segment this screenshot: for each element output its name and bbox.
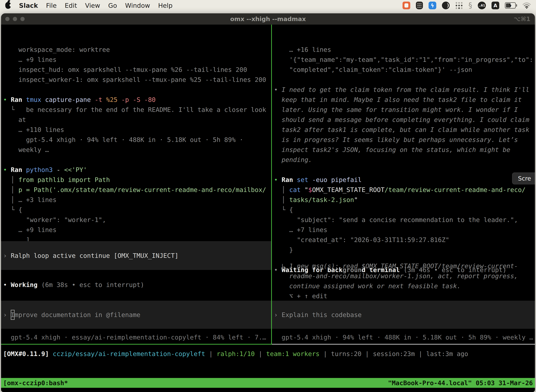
terminal-line: ↳ 1 new msg(s): read $OMX_TEAM_STATE_ROO… [272, 261, 535, 271]
left-pane-border [1, 344, 271, 345]
wifi-icon[interactable] [523, 2, 531, 9]
terminal-line: weekly … [1, 145, 271, 155]
blue-spark-icon[interactable]: ϟ [429, 2, 436, 9]
terminal-line: └ { [272, 205, 535, 215]
terminal-line: "created_at": "2026-03-31T11:59:27.816Z" [272, 235, 535, 245]
mailbox-followup-block: ↳ 1 new msg(s): read $OMX_TEAM_STATE_ROO… [272, 261, 535, 301]
menu-app-name[interactable]: Slack [19, 2, 38, 9]
terminal-line: keep that in mind. Maybe I also need the… [272, 95, 535, 105]
terminal-line: "completed","claim_token":"claim-token"}… [272, 65, 535, 75]
terminal-line: inspect_hud: omx sparkshell --tmux-pane … [1, 65, 271, 75]
menubar-status-icons: ϟ§..61Aϟ [402, 2, 531, 9]
terminal-line: inspect_worker-1: omx sparkshell --tmux-… [1, 75, 271, 85]
terminal-line [1, 155, 271, 165]
window-controls [1, 17, 25, 21]
menu-help[interactable]: Help [158, 2, 172, 9]
terminal-line: … +9 lines [1, 225, 271, 235]
terminal-content: workspace_mode: worktree … +9 lines insp… [1, 25, 535, 392]
text-cursor: I [11, 310, 14, 320]
terminal-line: │ p = Path('.omx/state/team/review-curre… [1, 185, 271, 195]
omx-status-bar: [OMX#0.11.9] cczip/essay/ai-reimplementa… [1, 349, 535, 359]
terminal-left-pane: workspace_mode: worktree … +9 lines insp… [1, 25, 271, 344]
window-title-bar: omx --xhigh --madmax ⌥⌘1 [1, 13, 535, 25]
terminal-line: gpt-5.4 xhigh · 94% left · 488K in · 5.1… [1, 135, 271, 145]
right-command-input[interactable]: › Explain this codebase [272, 301, 535, 329]
terminal-line: "subject": "send a concise recommendatio… [272, 215, 535, 225]
terminal-line: continue assigned work or next feasible … [272, 281, 535, 291]
terminal-line [272, 75, 535, 85]
badge-61-icon[interactable]: ..61 [478, 2, 486, 9]
dot-grid-icon[interactable] [455, 2, 463, 9]
terminal-line: • I need to get the claim token from the… [272, 85, 535, 95]
terminal-line: … +7 lines [272, 225, 535, 235]
prompt-chevron: › [274, 310, 282, 320]
tmux-session-label: [omx-cczip0:bash* [3, 378, 68, 388]
terminal-line: pending. [272, 155, 535, 165]
terminal-line: inspect task2's JSON, focusing on the st… [272, 145, 535, 155]
menu-view[interactable]: View [85, 2, 100, 9]
right-pane-border [272, 344, 535, 345]
zoom-button[interactable] [20, 17, 25, 21]
terminal-line: ⌥ + ↑ edit [272, 291, 535, 301]
screenshot-tooltip[interactable]: Scre [512, 173, 535, 184]
terminal-line: should send a message before completing … [272, 115, 535, 125]
prompt-chevron: › [3, 310, 11, 320]
minimize-button[interactable] [13, 17, 17, 21]
terminal-line [272, 165, 535, 175]
menu-window[interactable]: Window [125, 2, 150, 9]
terminal-line [1, 85, 271, 95]
inject-banner-line: › Ralph loop active continue [OMX_TMUX_I… [3, 251, 178, 261]
menubar-menus: FileEditViewGoWindowHelp [46, 2, 172, 9]
menu-file[interactable]: File [46, 2, 57, 9]
tmux-status-bar: [omx-cczip0:bash* "MacBook-Pro-44.local"… [1, 378, 535, 388]
menu-left: Slack FileEditViewGoWindowHelp [5, 2, 172, 9]
macos-menu-bar: Slack FileEditViewGoWindowHelp ϟ§..61Aϟ [0, 0, 536, 11]
apple-menu-icon[interactable] [5, 2, 11, 9]
grid-shield-icon[interactable] [416, 2, 423, 9]
left-model-status-line: gpt-5.4 xhigh · essay/ai-reimplementatio… [1, 332, 271, 342]
terminal-line: • Ran set -euo pipefail [272, 175, 535, 185]
window-shortcut-hint: ⌥⌘1 [514, 15, 530, 23]
menu-go[interactable]: Go [108, 2, 117, 9]
squiggle-icon[interactable]: § [469, 2, 472, 9]
battery-icon[interactable]: ϟ [505, 2, 517, 9]
menu-edit[interactable]: Edit [65, 2, 77, 9]
terminal-right-pane: … +16 lines '{"team_name":"my-team","tas… [272, 25, 535, 344]
terminal-line: at [1, 115, 271, 125]
close-button[interactable] [5, 17, 10, 21]
terminal-line: • Ran tmux capture-pane -t %25 -p -S -80 [1, 95, 271, 105]
orange-chat-icon[interactable] [402, 2, 410, 9]
terminal-line: readme-and-reco/mailbox/worker-1.json, a… [272, 271, 535, 281]
terminal-line: later. Using the same for transition mig… [272, 105, 535, 115]
left-command-input[interactable]: › Improve documentation in @filename [1, 301, 271, 329]
right-model-status-line: gpt-5.4 xhigh · 94% left · 488K in · 5.1… [272, 332, 535, 342]
tmux-host-clock-label: "MacBook-Pro-44.local" 05:03 31-Mar-26 [388, 378, 533, 388]
terminal-line: … +16 lines [272, 45, 535, 55]
terminal-line: is in progress? It seems likely but perh… [272, 135, 535, 145]
terminal-line: └ be necessary for the end of the README… [1, 105, 271, 115]
right-pane-lines: … +16 lines '{"team_name":"my-team","tas… [272, 45, 535, 275]
crescent-icon[interactable] [442, 2, 450, 9]
terminal-line: │ … +3 lines [1, 195, 271, 205]
prompt-ghost-text: mprove documentation in @filename [14, 310, 140, 320]
terminal-line: │ cat "$OMX_TEAM_STATE_ROOT/team/review-… [272, 185, 535, 195]
terminal-line: … +110 lines [1, 125, 271, 135]
terminal-line: } [272, 245, 535, 255]
terminal-line: └ { [1, 205, 271, 215]
terminal-line: … +9 lines [1, 55, 271, 65]
terminal-line: "worker": "worker-1", [1, 215, 271, 225]
window-title: omx --xhigh --madmax [1, 15, 535, 23]
tmux-inject-banner: › Ralph loop active continue [OMX_TMUX_I… [1, 241, 271, 270]
terminal-window: omx --xhigh --madmax ⌥⌘1 workspace_mode:… [1, 13, 535, 392]
input-source-icon[interactable]: A [492, 2, 499, 9]
terminal-line: │ from pathlib import Path [1, 175, 271, 185]
working-status-line: • Working (6m 38s • esc to interrupt) [1, 280, 271, 290]
left-pane-lines: workspace_mode: worktree … +9 lines insp… [1, 45, 271, 255]
terminal-line: │ tasks/task-2.json" [272, 195, 535, 205]
prompt-ghost-text: Explain this codebase [282, 310, 362, 320]
terminal-line: '{"team_name":"my-team","task_id":"1","f… [272, 55, 535, 65]
terminal-line: • Ran python3 - <<'PY' [1, 165, 271, 175]
terminal-line: workspace_mode: worktree [1, 45, 271, 55]
terminal-line: task2 after task1 is complete, but can I… [272, 125, 535, 135]
